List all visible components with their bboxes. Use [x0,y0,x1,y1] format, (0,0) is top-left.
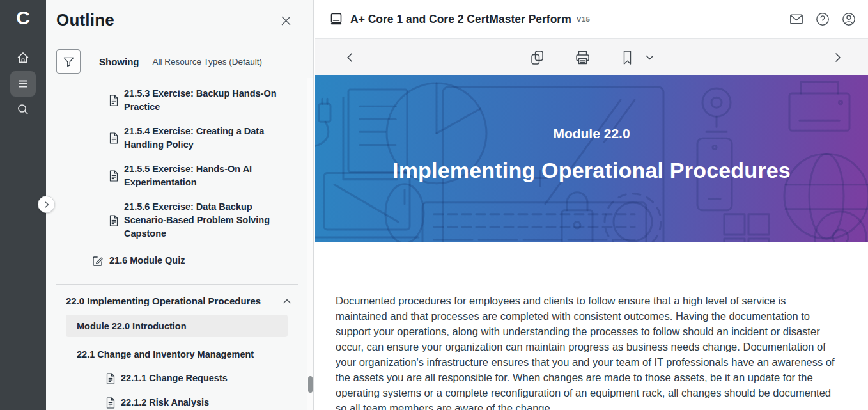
outline-tree: 21.5.3 Exercise: Backup Hands-On Practic… [46,87,313,409]
outline-item-21-5-5[interactable]: 21.5.5 Exercise: Hands-On AI Experimenta… [109,162,313,189]
document-icon [109,215,118,226]
bookmark-icon [620,49,634,66]
filter-icon [63,56,75,68]
outline-item-22-1-1[interactable]: 22.1.1 Change Requests [106,372,313,385]
outline-item-label: Module 22.0 Introduction [77,321,187,331]
quiz-icon [92,255,104,267]
print-icon [574,49,591,66]
outline-item-21-5-4[interactable]: 21.5.4 Exercise: Creating a Data Handlin… [109,125,313,152]
bookmark-menu-button[interactable] [645,54,654,61]
outline-item-label: 21.5.5 Exercise: Hands-On AI Experimenta… [124,162,289,189]
outline-item-label: 21.5.4 Exercise: Creating a Data Handlin… [124,125,289,152]
outline-item-22-1[interactable]: 22.1 Change and Inventory Management [77,349,313,359]
chevron-up-icon [283,298,291,304]
lesson-content: Documented procedures for employees and … [315,242,868,410]
bookmark-button[interactable] [620,49,634,66]
help-button[interactable] [815,12,830,27]
outline-item-module-22-intro-selected[interactable]: Module 22.0 Introduction [66,315,288,337]
next-page-button[interactable] [831,39,844,75]
main-area: A+ Core 1 and Core 2 CertMaster Perform … [315,0,868,410]
document-icon [106,397,115,409]
outline-item-label: 22.1.2 Risk Analysis [121,396,209,409]
help-icon [815,12,830,27]
outline-item-label: 21.6 Module Quiz [109,254,185,267]
document-icon [106,373,115,384]
account-icon [841,12,856,27]
outline-panel: Outline Showing All Resource Types (Defa… [46,0,314,410]
lesson-paragraph: Documented procedures for employees and … [336,293,840,410]
outline-item-21-5-3[interactable]: 21.5.3 Exercise: Backup Hands-On Practic… [109,87,313,114]
document-icon [109,95,118,106]
account-button[interactable] [841,12,856,27]
module-title: Implementing Operational Procedures [392,158,791,183]
close-outline-button[interactable] [279,14,293,28]
messages-button[interactable] [789,12,804,27]
course-header: A+ Core 1 and Core 2 CertMaster Perform … [315,0,868,39]
menu-icon [16,77,30,91]
outline-item-label: 21.5.6 Exercise: Data Backup Scenario-Ba… [124,200,289,240]
course-icon [329,12,343,26]
chevron-right-icon [43,201,50,209]
home-button[interactable] [10,45,36,70]
outline-scrollbar-thumb[interactable] [308,376,313,393]
course-title: A+ Core 1 and Core 2 CertMaster Perform [350,13,571,26]
outline-item-22-1-2[interactable]: 22.1.2 Risk Analysis [106,396,313,409]
outline-divider [56,284,298,285]
course-version: V15 [577,15,590,23]
outline-menu-button[interactable] [10,71,36,97]
search-button[interactable] [10,97,36,122]
outline-scrollbar[interactable] [307,78,313,410]
chevron-right-icon [831,51,844,64]
panel-collapse-button[interactable] [38,196,55,213]
header-actions [789,12,856,27]
search-icon [16,102,30,116]
outline-item-label: 22.1.1 Change Requests [121,372,228,385]
module-hero-banner: Module 22.0 Implementing Operational Pro… [315,75,868,242]
section-header-label: 22.0 Implementing Operational Procedures [66,296,261,306]
previous-page-button[interactable] [344,39,357,75]
reader-toolbar [315,39,868,75]
chevron-down-icon [645,54,654,61]
copy-icon [529,49,545,66]
home-icon [16,51,30,65]
close-icon [279,14,293,28]
filter-row: Showing All Resource Types (Default) [56,49,313,74]
filter-value: All Resource Types (Default) [153,57,263,67]
section-header-22-0[interactable]: 22.0 Implementing Operational Procedures [66,296,291,306]
mail-icon [789,12,804,27]
print-button[interactable] [574,49,591,66]
comptia-logo[interactable]: C [0,0,46,36]
showing-label: Showing [99,56,139,67]
outline-title: Outline [56,10,114,30]
document-icon [109,170,118,182]
chevron-left-icon [344,51,357,64]
outline-item-21-5-6[interactable]: 21.5.6 Exercise: Data Backup Scenario-Ba… [109,200,313,240]
document-icon [109,132,118,144]
module-number-label: Module 22.0 [553,126,630,141]
filter-button[interactable] [56,49,81,74]
copy-button[interactable] [529,49,545,66]
outline-item-21-6-quiz[interactable]: 21.6 Module Quiz [92,254,313,267]
outline-item-label: 21.5.3 Exercise: Backup Hands-On Practic… [124,87,289,114]
